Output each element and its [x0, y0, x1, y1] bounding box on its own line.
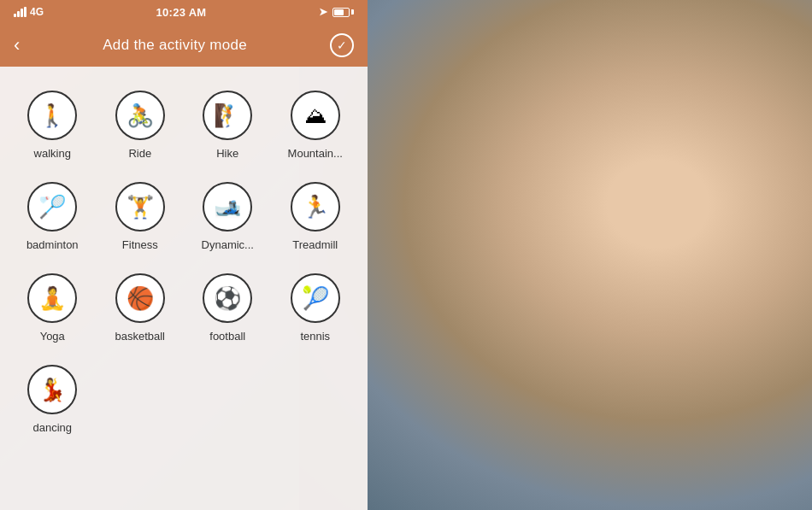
confirm-button[interactable]: ✓ [330, 33, 354, 57]
battery-tip [351, 9, 354, 15]
activity-icon-football: ⚽ [203, 273, 252, 323]
activity-grid: 🚶walking🚴Ride🧗Hike⛰Mountain...🏸badminton… [0, 67, 368, 510]
activity-icon-hike: 🧗 [203, 91, 252, 140]
activity-icon-mountain: ⛰ [291, 91, 340, 140]
activity-icon-dancing: 💃 [27, 365, 77, 414]
activity-label-yoga: Yoga [40, 330, 65, 343]
activity-item-treadmill[interactable]: 🏃Treadmill [272, 175, 360, 258]
status-time: 10:23 AM [156, 6, 207, 19]
activity-item-walking[interactable]: 🚶walking [9, 84, 97, 167]
activity-icon-dynamic: 🎿 [203, 182, 252, 232]
activity-label-tennis: tennis [300, 330, 330, 343]
activity-item-badminton[interactable]: 🏸badminton [9, 175, 97, 258]
activity-icon-ride: 🚴 [115, 91, 165, 140]
signal-bar-1 [14, 14, 16, 17]
battery-fill [334, 9, 344, 15]
nav-title: Add the activity mode [103, 37, 247, 54]
nav-bar: ‹ Add the activity mode ✓ [0, 24, 368, 67]
activity-icon-basketball: 🏀 [115, 273, 165, 323]
activity-label-walking: walking [34, 147, 71, 160]
back-button[interactable]: ‹ [14, 36, 20, 55]
activity-item-dynamic[interactable]: 🎿Dynamic... [184, 175, 272, 258]
app-panel: 4G 10:23 AM ➤ ‹ Add the activity mode ✓ … [0, 0, 368, 510]
activity-item-dancing[interactable]: 💃dancing [9, 358, 97, 441]
activity-label-hike: Hike [216, 147, 238, 160]
activity-item-hike[interactable]: 🧗Hike [184, 84, 272, 167]
activity-icon-walking: 🚶 [27, 91, 77, 140]
location-icon: ➤ [319, 6, 327, 18]
signal-bar-2 [17, 11, 20, 17]
activity-item-basketball[interactable]: 🏀basketball [97, 267, 185, 349]
signal-bar-4 [24, 7, 26, 17]
activity-item-football[interactable]: ⚽football [184, 267, 272, 349]
activity-label-basketball: basketball [115, 330, 165, 343]
signal-bar-3 [21, 9, 23, 17]
activity-icon-fitness: 🏋 [115, 182, 165, 232]
activity-icon-treadmill: 🏃 [291, 182, 340, 232]
activity-icon-yoga: 🧘 [27, 273, 77, 323]
activity-label-mountain: Mountain... [288, 147, 343, 160]
activity-label-badminton: badminton [26, 238, 79, 251]
activity-item-tennis[interactable]: 🎾tennis [272, 267, 360, 349]
activity-item-fitness[interactable]: 🏋Fitness [97, 175, 185, 258]
signal-bars [14, 7, 26, 17]
status-bar: 4G 10:23 AM ➤ [0, 0, 368, 24]
activity-label-football: football [209, 330, 245, 343]
status-right: ➤ [319, 6, 354, 18]
activity-item-ride[interactable]: 🚴Ride [97, 84, 185, 167]
activity-label-fitness: Fitness [122, 238, 158, 251]
activity-item-mountain[interactable]: ⛰Mountain... [272, 84, 360, 167]
activity-icon-tennis: 🎾 [291, 273, 340, 323]
activity-label-treadmill: Treadmill [292, 238, 338, 251]
activity-label-dancing: dancing [32, 421, 72, 434]
battery-body [332, 8, 350, 17]
activity-label-ride: Ride [128, 147, 151, 160]
activity-icon-badminton: 🏸 [27, 182, 77, 232]
activity-label-dynamic: Dynamic... [202, 238, 254, 251]
status-left: 4G [14, 6, 44, 18]
battery-indicator [332, 8, 354, 17]
activity-item-yoga[interactable]: 🧘Yoga [9, 267, 97, 349]
signal-label: 4G [30, 6, 44, 18]
